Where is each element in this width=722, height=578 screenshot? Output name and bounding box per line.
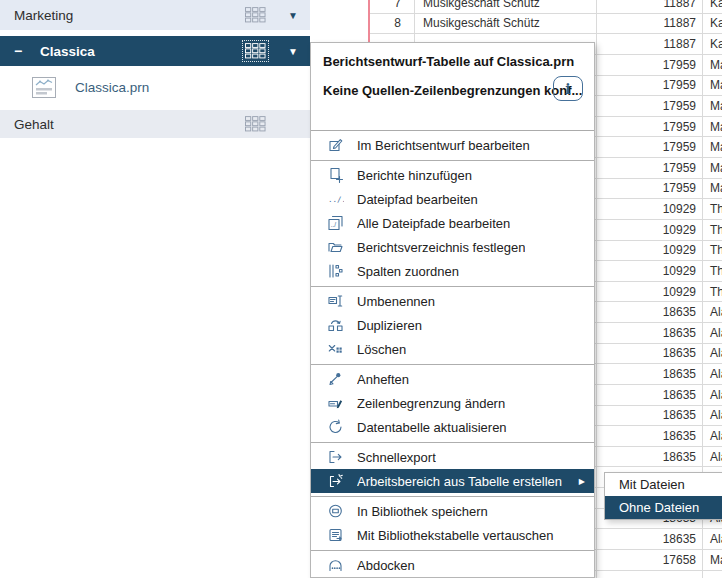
add-report-icon (326, 167, 345, 184)
refresh-icon (326, 419, 345, 436)
table-cell-tag: Ala (703, 344, 722, 364)
chevron-down-icon[interactable]: ▼ (288, 46, 298, 57)
undock-icon (326, 557, 345, 574)
submenu-item[interactable]: Ohne Dateien (605, 496, 722, 519)
table-cell-val: 18635 (597, 406, 703, 426)
menu-separator (311, 496, 594, 497)
duplicate-icon (326, 317, 345, 334)
menu-separator (311, 160, 594, 161)
menu-item[interactable]: Anheften (311, 367, 594, 391)
table-cell-name: Musikgeschäft Schütz (415, 0, 597, 13)
file-path-icon: ../.. (326, 191, 345, 208)
table-cell-val: 18635 (597, 529, 703, 549)
table-cell-tag: Ma (703, 117, 722, 137)
table-cell-val (597, 571, 703, 578)
table-cell-val: 17959 (597, 55, 703, 75)
menu-item[interactable]: Spalten zuordnen (311, 259, 594, 283)
sidebar-item-label: Classica (40, 44, 95, 59)
menu-item-label: Spalten zuordnen (357, 264, 459, 279)
sidebar-item-classica-prn[interactable]: Classica.prn (0, 66, 310, 108)
table-cell-tag: The (703, 199, 722, 219)
pin-icon (326, 371, 345, 388)
menu-item-label: Mit Bibliothekstabelle vertauschen (357, 528, 554, 543)
chevron-down-icon[interactable]: ▼ (288, 10, 298, 21)
table-cell-tag: Kar (703, 34, 722, 54)
context-menu-items: Im Berichtsentwurf bearbeitenBerichte hi… (311, 131, 594, 577)
table-cell-val: 18635 (597, 447, 703, 467)
sidebar-item-marketing[interactable]: Marketing ▼ (0, 0, 310, 30)
menu-item-label: Anheften (357, 372, 409, 387)
submenu-item[interactable]: Mit Dateien (605, 473, 722, 496)
table-cell-tag: Ma (703, 137, 722, 157)
table-cell-tag: Ala (703, 364, 722, 384)
table-cell-val: 17959 (597, 96, 703, 116)
menu-item-label: In Bibliothek speichern (357, 504, 488, 519)
table-grid-icon[interactable] (245, 116, 266, 132)
table-cell-name: Musikgeschäft Schütz (415, 14, 597, 34)
menu-item[interactable]: ../..Dateipfad bearbeiten (311, 187, 594, 211)
table-cell-val: 17658 (597, 550, 703, 570)
table-cell-tag: Ma (703, 96, 722, 116)
app-window: 7Musikgeschäft Schütz11887Kar8Musikgesch… (0, 0, 722, 578)
row-limit-icon (326, 395, 345, 412)
table-cell-val: 17959 (597, 76, 703, 96)
table-cell-tag: Kar (703, 0, 722, 13)
menu-item[interactable]: In Bibliothek speichern (311, 499, 594, 523)
export-icon (326, 449, 345, 466)
table-row[interactable]: 8Musikgeschäft Schütz11887Kar (368, 14, 722, 35)
collapse-minus-icon[interactable]: − (14, 43, 32, 59)
menu-item-label: Berichte hinzufügen (357, 168, 472, 183)
menu-item[interactable]: Im Berichtsentwurf bearbeiten (311, 133, 594, 157)
sidebar-item-label: Marketing (14, 8, 73, 23)
menu-item-label: Berichtsverzeichnis festlegen (357, 240, 525, 255)
table-cell-tag: Ma (703, 550, 722, 570)
menu-item[interactable]: Duplizieren (311, 313, 594, 337)
menu-item[interactable]: Schnellexport (311, 445, 594, 469)
table-cell-val: 17959 (597, 179, 703, 199)
table-cell-val: 17959 (597, 158, 703, 178)
table-cell-val: 10929 (597, 199, 703, 219)
menu-item-label: Alle Dateipfade bearbeiten (357, 216, 510, 231)
menu-item[interactable]: Mit Bibliothekstabelle vertauschen (311, 523, 594, 547)
context-menu-header: Berichtsentwurf-Tabelle auf Classica.prn… (311, 43, 594, 131)
table-cell-tag: Ala (703, 323, 722, 343)
sidebar-item-gehalt[interactable]: Gehalt (0, 110, 310, 138)
table-cell-tag: Ma (703, 179, 722, 199)
library-swap-icon (326, 527, 345, 544)
map-columns-icon (326, 263, 345, 280)
context-menu-subtitle: Keine Quellen-Zeilenbegrenzungen konf... (323, 83, 582, 98)
table-cell-tag: Ala (703, 426, 722, 446)
table-cell-val: 18635 (597, 302, 703, 322)
menu-item[interactable]: Datentabelle aktualisieren (311, 415, 594, 439)
sidebar-item-classica[interactable]: − Classica ▼ (0, 36, 310, 66)
menu-item[interactable]: Abdocken (311, 553, 594, 577)
menu-separator (311, 286, 594, 287)
menu-item[interactable]: Zeilenbegrenzung ändern (311, 391, 594, 415)
table-cell-val: 17959 (597, 137, 703, 157)
table-row[interactable]: 7Musikgeschäft Schütz11887Kar (368, 0, 722, 14)
table-cell-tag: Kar (703, 14, 722, 34)
svg-text:../..: ../.. (328, 195, 344, 204)
menu-item[interactable]: Berichtsverzeichnis festlegen (311, 235, 594, 259)
table-cell-tag (703, 571, 722, 578)
folder-icon (326, 239, 345, 256)
menu-item[interactable]: Umbenennen (311, 289, 594, 313)
menu-item[interactable]: Löschen (311, 337, 594, 361)
table-grid-icon[interactable] (245, 43, 266, 59)
menu-separator (311, 442, 594, 443)
table-cell-val: 11887 (597, 14, 703, 34)
info-icon[interactable]: i (553, 76, 583, 101)
table-cell-val: 11887 (597, 0, 703, 13)
menu-item[interactable]: ../Alle Dateipfade bearbeiten (311, 211, 594, 235)
table-cell-tag: The (703, 261, 722, 281)
table-cell-tag: Ala (703, 529, 722, 549)
table-grid-icon[interactable] (245, 7, 266, 23)
menu-item[interactable]: Berichte hinzufügen (311, 163, 594, 187)
menu-separator (311, 364, 594, 365)
table-cell-num: 7 (368, 0, 415, 13)
table-cell-tag: The (703, 282, 722, 302)
menu-item[interactable]: Arbeitsbereich aus Tabelle erstellen▶ (311, 469, 594, 493)
table-cell-tag: Ma (703, 76, 722, 96)
table-cell-val: 10929 (597, 220, 703, 240)
svg-text:../: ../ (331, 221, 337, 228)
